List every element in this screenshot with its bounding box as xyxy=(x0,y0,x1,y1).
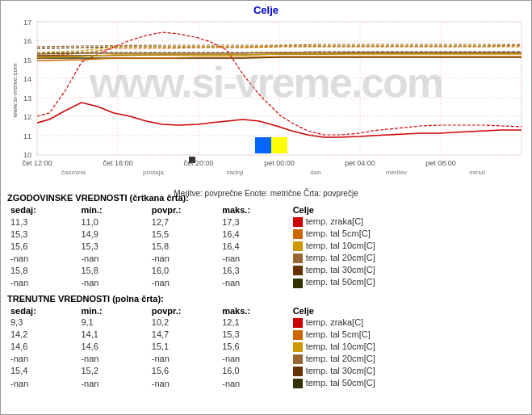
cell-label: temp. tal 5cm[C] xyxy=(290,228,525,240)
cell-label: temp. tal 10cm[C] xyxy=(290,341,525,353)
svg-text:čet 16:00: čet 16:00 xyxy=(103,159,132,167)
cell-min: 15,2 xyxy=(77,365,148,377)
legend-color-box xyxy=(293,217,303,227)
table-row: 15,8 15,8 16,0 16,3 temp. tal 30cm[C] xyxy=(7,264,525,276)
cell-povpr: 10,2 xyxy=(149,316,219,329)
cell-label: temp. tal 10cm[C] xyxy=(290,240,525,252)
col-header-sedaj: sedaj: xyxy=(7,204,77,216)
cell-maks: -nan xyxy=(219,252,289,264)
cell-min: -nan xyxy=(77,252,148,264)
cell-sedaj: 15,8 xyxy=(7,264,77,276)
table-row: -nan -nan -nan -nan temp. tal 20cm[C] xyxy=(7,353,525,365)
cur-col-header-maks: maks.: xyxy=(219,305,289,316)
table-row: 9,3 9,1 10,2 12,1 temp. zraka[C] xyxy=(7,316,525,329)
cell-maks: 16,4 xyxy=(219,240,289,252)
table-row: 15,6 15,3 15,8 16,4 temp. tal 10cm[C] xyxy=(7,240,525,252)
cell-maks: -nan xyxy=(219,276,289,288)
cell-povpr: 16,0 xyxy=(149,264,219,276)
cell-sedaj: 15,3 xyxy=(7,228,77,240)
col-header-min: min.: xyxy=(77,204,148,216)
cell-sedaj: 14,6 xyxy=(7,341,77,353)
table-row: 11,3 11,0 12,7 17,3 temp. zraka[C] xyxy=(7,216,525,228)
legend-color-box xyxy=(293,342,303,352)
cell-label: temp. zraka[C] xyxy=(290,216,525,228)
cell-label: temp. tal 20cm[C] xyxy=(290,353,525,365)
cell-sedaj: -nan xyxy=(7,353,77,365)
cell-povpr: 15,1 xyxy=(149,341,219,353)
svg-text:17: 17 xyxy=(23,19,31,27)
cur-col-header-min: min.: xyxy=(77,305,148,316)
cell-maks: 16,4 xyxy=(219,228,289,240)
svg-rect-24 xyxy=(255,137,271,153)
cell-maks: 15,6 xyxy=(219,341,289,353)
svg-text:minut: minut xyxy=(469,169,485,176)
main-container: Celje www.si-vreme.com xyxy=(0,0,532,415)
svg-text:16: 16 xyxy=(23,37,31,45)
cell-maks: 17,3 xyxy=(219,216,289,228)
svg-text:pet 04:00: pet 04:00 xyxy=(345,159,375,167)
legend-color-box xyxy=(293,241,303,251)
cell-povpr: 14,7 xyxy=(149,329,219,341)
cell-label: temp. tal 20cm[C] xyxy=(290,252,525,264)
cell-povpr: -nan xyxy=(149,252,219,264)
cell-label: temp. tal 50cm[C] xyxy=(290,276,525,288)
cell-maks: 12,1 xyxy=(219,316,289,329)
cell-povpr: -nan xyxy=(149,353,219,365)
svg-text:zadnji: zadnji xyxy=(227,169,244,176)
cell-povpr: 15,6 xyxy=(149,365,219,377)
table-row: -nan -nan -nan -nan temp. tal 20cm[C] xyxy=(7,252,525,264)
chart-svg: www.si-vreme.com xyxy=(1,18,531,187)
table-row: 14,2 14,1 14,7 15,3 temp. tal 5cm[C] xyxy=(7,329,525,341)
cell-povpr: -nan xyxy=(149,276,219,288)
svg-text:www.si-vreme.com: www.si-vreme.com xyxy=(11,63,19,118)
svg-text:11: 11 xyxy=(23,132,31,140)
legend-color-box xyxy=(293,367,303,376)
cell-maks: 16,0 xyxy=(219,365,289,377)
cur-col-header-povpr: povpr.: xyxy=(149,305,219,316)
cell-min: -nan xyxy=(77,377,148,389)
legend-color-box xyxy=(293,266,303,275)
cur-col-header-sedaj: sedaj: xyxy=(7,305,77,316)
cell-maks: 15,3 xyxy=(219,329,289,341)
legend-color-box xyxy=(293,318,303,328)
legend-color-box xyxy=(293,229,303,239)
cell-sedaj: -nan xyxy=(7,252,77,264)
col-header-celje: Celje xyxy=(290,204,525,216)
cell-maks: 16,3 xyxy=(219,264,289,276)
cell-sedaj: -nan xyxy=(7,276,77,288)
svg-text:dan: dan xyxy=(310,169,320,176)
cell-min: 11,0 xyxy=(77,216,148,228)
cell-sedaj: 15,4 xyxy=(7,365,77,377)
cell-povpr: 12,7 xyxy=(149,216,219,228)
cell-povpr: 15,5 xyxy=(149,228,219,240)
cell-sedaj: 15,6 xyxy=(7,240,77,252)
svg-text:čet 20:00: čet 20:00 xyxy=(183,159,213,167)
cur-col-header-celje: Celje xyxy=(290,305,525,316)
cell-min: -nan xyxy=(77,276,148,288)
svg-text:meritev: meritev xyxy=(386,169,407,176)
chart-area: Celje www.si-vreme.com xyxy=(1,1,531,187)
chart-title: Celje xyxy=(1,1,531,18)
svg-text:pet 00:00: pet 00:00 xyxy=(264,159,295,167)
svg-text:14: 14 xyxy=(23,75,31,83)
cell-povpr: 15,8 xyxy=(149,240,219,252)
cell-povpr: -nan xyxy=(149,377,219,389)
cell-min: -nan xyxy=(77,353,148,365)
svg-rect-25 xyxy=(271,137,287,153)
cell-maks: -nan xyxy=(219,377,289,389)
cell-sedaj: 14,2 xyxy=(7,329,77,341)
legend-color-box xyxy=(293,254,303,263)
current-header: TRENUTNE VREDNOSTI (polna črta): xyxy=(7,294,525,304)
cell-label: temp. tal 5cm[C] xyxy=(290,329,525,341)
legend-color-box xyxy=(293,330,303,340)
cell-label: temp. tal 50cm[C] xyxy=(290,377,525,389)
svg-text:15: 15 xyxy=(23,57,31,65)
svg-text:13: 13 xyxy=(23,94,31,103)
historical-table: sedaj: min.: povpr.: maks.: Celje 11,3 1… xyxy=(7,204,525,289)
svg-text:pet 08:00: pet 08:00 xyxy=(425,159,456,167)
svg-text:čet 12:00: čet 12:00 xyxy=(22,159,52,167)
cell-label: temp. zraka[C] xyxy=(290,316,525,329)
cell-sedaj: 9,3 xyxy=(7,316,77,329)
table-row: 15,3 14,9 15,5 16,4 temp. tal 5cm[C] xyxy=(7,228,525,240)
data-section: ZGODOVINSKE VREDNOSTI (črtkana črta): se… xyxy=(1,187,531,392)
